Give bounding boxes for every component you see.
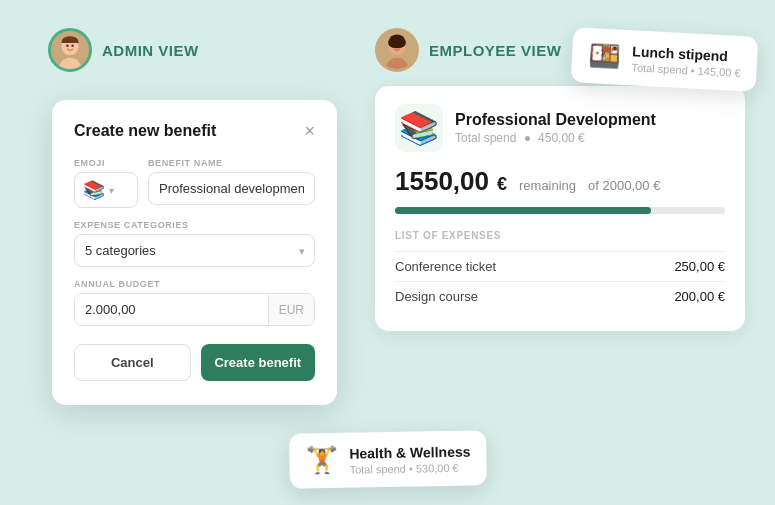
emoji-name-row: EMOJI 📚 ▾ BENEFIT NAME bbox=[74, 158, 315, 208]
benefit-sub-spend: Total spend bbox=[455, 131, 516, 145]
remaining-label: remaining bbox=[519, 178, 576, 193]
expense-amount: 200,00 € bbox=[674, 289, 725, 304]
progress-bar-fill bbox=[395, 207, 651, 214]
cancel-button[interactable]: Cancel bbox=[74, 344, 191, 381]
expense-name: Conference ticket bbox=[395, 259, 496, 274]
lunch-amount: 145,00 € bbox=[697, 64, 740, 78]
modal-title: Create new benefit bbox=[74, 122, 216, 140]
expenses-list: Conference ticket 250,00 € Design course… bbox=[395, 251, 725, 311]
emoji-label: EMOJI bbox=[74, 158, 138, 168]
modal-close-button[interactable]: × bbox=[304, 122, 315, 140]
chevron-down-icon: ▾ bbox=[109, 185, 114, 196]
expense-name: Design course bbox=[395, 289, 478, 304]
expense-row: Design course 200,00 € bbox=[395, 281, 725, 311]
create-benefit-modal: Create new benefit × EMOJI 📚 ▾ BENEFIT N… bbox=[52, 100, 337, 405]
benefit-name-group: BENEFIT NAME bbox=[148, 158, 315, 208]
remaining-currency: € bbox=[497, 174, 507, 195]
expense-amount: 250,00 € bbox=[674, 259, 725, 274]
lunch-stipend-card: 🍱 Lunch stipend Total spend • 145,00 € bbox=[571, 27, 759, 92]
svg-point-2 bbox=[66, 44, 69, 47]
budget-currency: EUR bbox=[268, 295, 314, 325]
employee-label: EMPLOYEE VIEW bbox=[429, 42, 561, 59]
modal-actions: Cancel Create benefit bbox=[74, 344, 315, 381]
health-title: Health & Wellness bbox=[349, 443, 470, 461]
benefit-header: 📚 Professional Development Total spend 4… bbox=[395, 104, 725, 152]
remaining-amount: 1550,00 bbox=[395, 166, 489, 197]
budget-input[interactable] bbox=[75, 294, 268, 325]
health-wellness-card: 🏋️ Health & Wellness Total spend • 530,0… bbox=[288, 430, 486, 488]
expense-categories-label: EXPENSE CATEGORIES bbox=[74, 220, 315, 230]
svg-point-3 bbox=[71, 44, 74, 47]
annual-budget-label: ANNUAL BUDGET bbox=[74, 279, 315, 289]
emoji-select[interactable]: 📚 ▾ bbox=[74, 172, 138, 208]
expense-categories-select[interactable]: 5 categories bbox=[74, 234, 315, 267]
lunch-info: Lunch stipend Total spend • 145,00 € bbox=[631, 43, 741, 79]
expense-categories-group: EXPENSE CATEGORIES 5 categories ▾ bbox=[74, 220, 315, 267]
health-spend-label: Total spend bbox=[349, 462, 405, 475]
health-sub: Total spend • 530,00 € bbox=[349, 461, 470, 475]
health-emoji: 🏋️ bbox=[305, 445, 338, 477]
create-benefit-button[interactable]: Create benefit bbox=[201, 344, 316, 381]
budget-row: EUR bbox=[74, 293, 315, 326]
employee-card: 📚 Professional Development Total spend 4… bbox=[375, 86, 745, 331]
annual-budget-group: ANNUAL BUDGET EUR bbox=[74, 279, 315, 326]
benefit-name-label: BENEFIT NAME bbox=[148, 158, 315, 168]
employee-avatar bbox=[375, 28, 419, 72]
expense-row: Conference ticket 250,00 € bbox=[395, 251, 725, 281]
expenses-title: LIST OF EXPENSES bbox=[395, 230, 725, 241]
emoji-group: EMOJI 📚 ▾ bbox=[74, 158, 138, 208]
benefit-sub-amount: 450,00 € bbox=[538, 131, 585, 145]
benefit-info: Professional Development Total spend 450… bbox=[455, 111, 656, 145]
remaining-row: 1550,00 € remaining of 2000,00 € bbox=[395, 166, 725, 197]
benefit-title: Professional Development bbox=[455, 111, 656, 129]
health-amount: 530,00 € bbox=[415, 461, 458, 474]
modal-header: Create new benefit × bbox=[74, 122, 315, 140]
admin-label: ADMIN VIEW bbox=[102, 42, 199, 59]
dot-icon bbox=[525, 136, 530, 141]
admin-avatar bbox=[48, 28, 92, 72]
benefit-sub: Total spend 450,00 € bbox=[455, 131, 656, 145]
health-info: Health & Wellness Total spend • 530,00 € bbox=[349, 443, 471, 475]
expense-categories-select-wrapper: 5 categories ▾ bbox=[74, 234, 315, 267]
benefit-name-input[interactable] bbox=[148, 172, 315, 205]
lunch-spend-label: Total spend bbox=[631, 61, 688, 76]
admin-view-bar: ADMIN VIEW bbox=[48, 28, 199, 72]
of-total: of 2000,00 € bbox=[588, 178, 660, 193]
lunch-emoji: 🍱 bbox=[587, 40, 621, 73]
svg-point-4 bbox=[386, 58, 408, 69]
progress-bar-background bbox=[395, 207, 725, 214]
emoji-value: 📚 bbox=[83, 179, 105, 201]
svg-point-0 bbox=[59, 58, 81, 69]
health-dot: • bbox=[408, 462, 415, 474]
benefit-emoji: 📚 bbox=[395, 104, 443, 152]
